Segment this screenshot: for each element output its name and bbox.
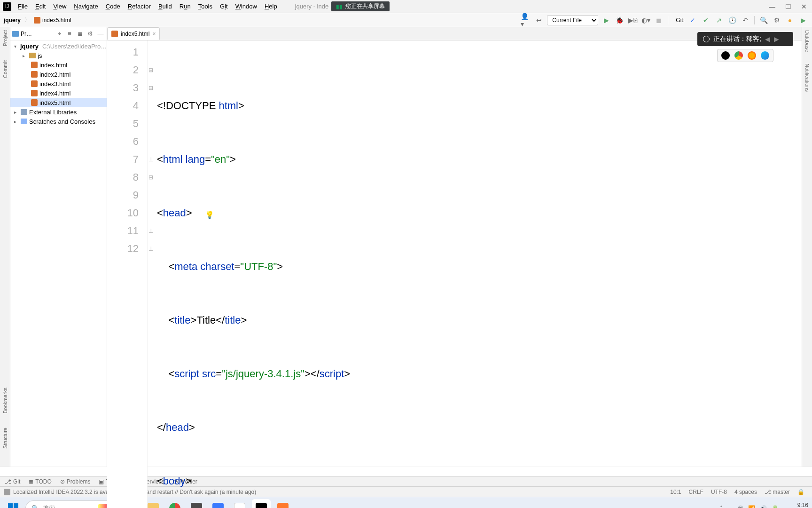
breadcrumb-file[interactable]: index5.html xyxy=(34,17,71,24)
taskbar-search[interactable]: 🔍 搜索 xyxy=(25,500,119,508)
tree-root[interactable]: ▾ jquery C:\Users\zed\IdeaPro… xyxy=(10,41,107,51)
tree-file[interactable]: index.html xyxy=(10,60,107,70)
code-content[interactable]: 💡 <!DOCTYPE html> <html lang="en"> <head… xyxy=(154,40,802,508)
chevron-right-icon[interactable]: ▸ xyxy=(23,53,27,58)
tool-structure-tab[interactable]: Structure xyxy=(2,428,8,449)
close-tab-icon[interactable]: × xyxy=(152,31,156,37)
project-panel-header: Pr… ⌖ ≡ ≣ ⚙ — xyxy=(10,27,107,40)
stop-button[interactable]: ◼ xyxy=(654,15,664,25)
tree-file-label: index3.html xyxy=(39,80,70,87)
git-update-icon[interactable]: ✓ xyxy=(687,15,698,25)
tool-commit-tab[interactable]: Commit xyxy=(2,60,8,78)
status-message-icon[interactable] xyxy=(4,489,10,495)
menu-edit[interactable]: Edit xyxy=(31,3,49,10)
menu-git[interactable]: Git xyxy=(216,3,232,10)
menu-tools[interactable]: Tools xyxy=(195,3,216,10)
run-config-selector[interactable]: Current File xyxy=(547,15,598,25)
tree-root-label: jquery xyxy=(20,43,39,50)
intention-bulb-icon[interactable]: 💡 xyxy=(205,206,214,224)
right-tool-strip: Database Notifications xyxy=(802,27,812,467)
main-menubar: IJ FFileile Edit View Navigate Code Refa… xyxy=(0,0,812,13)
git-push-icon[interactable]: ↗ xyxy=(714,15,724,25)
code-editor[interactable]: 123 456 789 101112 ⊟⊟⊥⊟⊥⊥ 💡 <!DOCTYPE ht… xyxy=(107,40,802,508)
tree-scratches[interactable]: ▸ Scratches and Consoles xyxy=(10,117,107,126)
tool-git-tab[interactable]: ⎇ Git xyxy=(5,478,20,485)
search-everywhere-icon[interactable]: 🔍 xyxy=(758,15,769,25)
breadcrumb-separator: 〉 xyxy=(24,16,30,24)
tree-file-label: index2.html xyxy=(39,71,70,78)
tree-folder-js[interactable]: ▸ js xyxy=(10,51,107,60)
coverage-button[interactable]: ▶⎘ xyxy=(627,15,638,25)
tree-file[interactable]: index3.html xyxy=(10,79,107,88)
html-file-icon xyxy=(31,62,38,68)
toolbar-divider-2 xyxy=(754,16,755,24)
library-icon xyxy=(21,109,27,115)
window-close-button[interactable]: ✕ xyxy=(796,3,812,10)
html-file-icon xyxy=(111,31,118,37)
tree-root-path: C:\Users\zed\IdeaPro… xyxy=(42,43,107,50)
breadcrumb-project[interactable]: jquery xyxy=(4,17,21,24)
debug-button[interactable]: 🐞 xyxy=(614,15,625,25)
window-maximize-button[interactable]: ☐ xyxy=(780,3,796,10)
tree-file[interactable]: index4.html xyxy=(10,88,107,98)
select-opened-file-icon[interactable]: ⌖ xyxy=(55,30,63,38)
panel-settings-icon[interactable]: ⚙ xyxy=(86,30,94,37)
panel-hide-icon[interactable]: — xyxy=(96,30,105,37)
tool-bookmarks-tab[interactable]: Bookmarks xyxy=(2,388,8,413)
chevron-right-icon[interactable]: ▸ xyxy=(14,119,19,124)
profile-button[interactable]: ◐▾ xyxy=(640,15,651,25)
project-panel-title: Pr… xyxy=(21,31,53,37)
git-history-icon[interactable]: 🕓 xyxy=(727,15,737,25)
chevron-right-icon[interactable]: ▸ xyxy=(14,110,19,115)
tool-problems-tab[interactable]: ⊘ Problems xyxy=(60,478,91,485)
menu-navigate[interactable]: Navigate xyxy=(70,3,102,10)
breadcrumb-file-label: index5.html xyxy=(42,17,71,24)
tree-file-selected[interactable]: index5.html xyxy=(10,98,107,107)
git-rollback-icon[interactable]: ↶ xyxy=(740,15,750,25)
start-button[interactable] xyxy=(4,499,23,508)
git-commit-icon[interactable]: ✔ xyxy=(701,15,711,25)
menu-code[interactable]: Code xyxy=(102,3,124,10)
expand-all-icon[interactable]: ≡ xyxy=(65,30,74,37)
project-tool-window: Pr… ⌖ ≡ ≣ ⚙ — ▾ jquery C:\Users\zed\Idea… xyxy=(10,27,107,467)
window-minimize-button[interactable]: — xyxy=(764,3,780,10)
window-title: jquery - inde xyxy=(295,3,329,10)
menu-view[interactable]: View xyxy=(49,3,70,10)
html-file-icon xyxy=(31,90,38,96)
screen-share-pill[interactable]: ▮▮ 您正在共享屏幕 xyxy=(331,1,390,11)
add-user-icon[interactable]: 👤▾ xyxy=(521,15,531,25)
html-file-icon xyxy=(31,80,38,87)
screen-share-label: 您正在共享屏幕 xyxy=(345,2,385,10)
html-file-icon xyxy=(34,17,40,24)
ide-update-icon[interactable]: ● xyxy=(785,15,795,25)
navigation-toolbar: jquery 〉 index5.html 👤▾ ↩ Current File ▶… xyxy=(0,13,812,27)
menu-run[interactable]: Run xyxy=(176,3,195,10)
windows-logo-icon xyxy=(8,503,18,508)
signal-icon: ▮▮ xyxy=(336,3,343,10)
folder-icon xyxy=(29,53,36,58)
tool-database-tab[interactable]: Database xyxy=(804,30,810,52)
tool-notifications-tab[interactable]: Notifications xyxy=(804,64,810,92)
menu-help[interactable]: Help xyxy=(261,3,281,10)
tool-project-tab[interactable]: Project xyxy=(2,30,8,46)
run-button[interactable]: ▶ xyxy=(601,15,611,25)
menu-window[interactable]: Window xyxy=(232,3,261,10)
build-hammer-icon[interactable]: ↩ xyxy=(534,15,544,25)
run-anything-icon[interactable]: ▶ xyxy=(798,15,808,25)
fold-gutter[interactable]: ⊟⊟⊥⊟⊥⊥ xyxy=(148,40,154,508)
menu-build[interactable]: Build xyxy=(155,3,176,10)
tree-file-label: index5.html xyxy=(39,99,70,106)
editor-tab-label: index5.html xyxy=(121,31,149,37)
menu-file[interactable]: FFileile xyxy=(14,3,31,10)
menu-refactor[interactable]: Refactor xyxy=(124,3,155,10)
left-tool-strip: Project Commit Bookmarks Structure xyxy=(0,27,10,467)
chevron-down-icon[interactable]: ▾ xyxy=(14,44,16,49)
tree-file[interactable]: index2.html xyxy=(10,70,107,79)
tool-todo-tab[interactable]: ≣ TODO xyxy=(29,478,51,485)
folder-icon xyxy=(12,31,19,37)
tree-external-libraries[interactable]: ▸ External Libraries xyxy=(10,107,107,117)
settings-gear-icon[interactable]: ⚙ xyxy=(772,15,782,25)
project-tree[interactable]: ▾ jquery C:\Users\zed\IdeaPro… ▸ js inde… xyxy=(10,40,107,127)
collapse-all-icon[interactable]: ≣ xyxy=(76,30,84,37)
editor-tab-active[interactable]: index5.html × xyxy=(107,27,160,40)
